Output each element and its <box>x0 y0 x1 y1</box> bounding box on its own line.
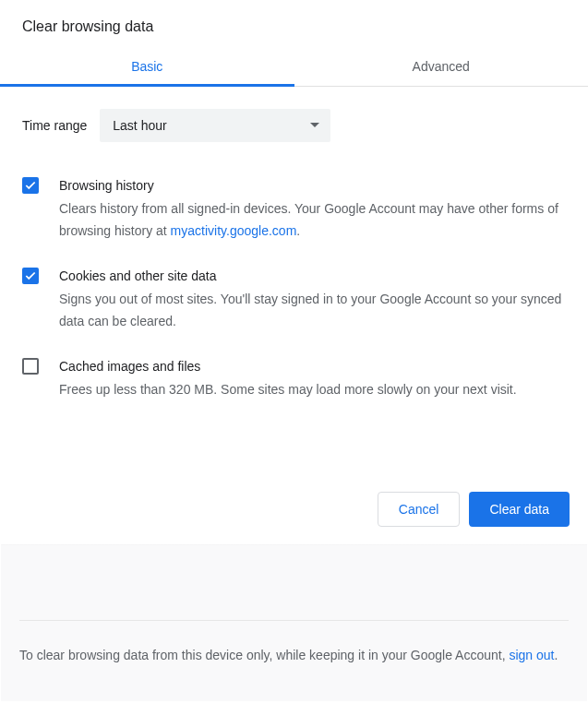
footer-pre: To clear browsing data from this device … <box>19 648 509 662</box>
check-icon <box>24 179 37 192</box>
option-cache: Cached images and files Frees up less th… <box>22 349 566 417</box>
option-cookies: Cookies and other site data Signs you ou… <box>22 258 566 349</box>
time-range-select[interactable]: Last hour <box>100 109 330 142</box>
option-text: Browsing history Clears history from all… <box>59 175 566 242</box>
myactivity-link[interactable]: myactivity.google.com <box>171 223 297 238</box>
time-range-value: Last hour <box>113 118 166 133</box>
time-range-label: Time range <box>22 118 87 133</box>
footer-text: To clear browsing data from this device … <box>19 644 569 666</box>
tab-basic[interactable]: Basic <box>0 48 294 86</box>
checkbox-browsing-history[interactable] <box>22 177 39 194</box>
option-title: Cached images and files <box>59 356 566 376</box>
cancel-button[interactable]: Cancel <box>378 492 461 527</box>
option-desc: Frees up less than 320 MB. Some sites ma… <box>59 378 566 400</box>
tabs: Basic Advanced <box>0 48 588 87</box>
option-desc: Clears history from all signed-in device… <box>59 197 566 242</box>
footer-panel: To clear browsing data from this device … <box>1 544 587 701</box>
option-text: Cached images and files Frees up less th… <box>59 356 566 400</box>
option-desc-post: . <box>296 223 300 238</box>
option-desc: Signs you out of most sites. You'll stay… <box>59 288 566 332</box>
checkbox-cookies[interactable] <box>22 268 39 284</box>
chevron-down-icon <box>310 123 319 128</box>
option-title: Cookies and other site data <box>59 266 566 286</box>
option-desc-pre: Clears history from all signed-in device… <box>59 201 558 238</box>
check-icon <box>24 269 37 282</box>
option-browsing-history: Browsing history Clears history from all… <box>22 168 566 258</box>
footer-shadow <box>1 544 587 545</box>
tab-advanced[interactable]: Advanced <box>294 48 589 86</box>
dialog-buttons: Cancel Clear data <box>378 492 570 527</box>
option-title: Browsing history <box>59 175 566 196</box>
options-list: Browsing history Clears history from all… <box>0 161 588 417</box>
option-text: Cookies and other site data Signs you ou… <box>59 266 566 332</box>
dialog-title: Clear browsing data <box>0 0 588 48</box>
footer-post: . <box>555 648 558 662</box>
time-range-row: Time range Last hour <box>0 87 588 161</box>
sign-out-link[interactable]: sign out <box>509 648 554 662</box>
clear-data-button[interactable]: Clear data <box>469 492 570 527</box>
footer-divider <box>19 620 569 621</box>
checkbox-cache[interactable] <box>22 358 39 375</box>
